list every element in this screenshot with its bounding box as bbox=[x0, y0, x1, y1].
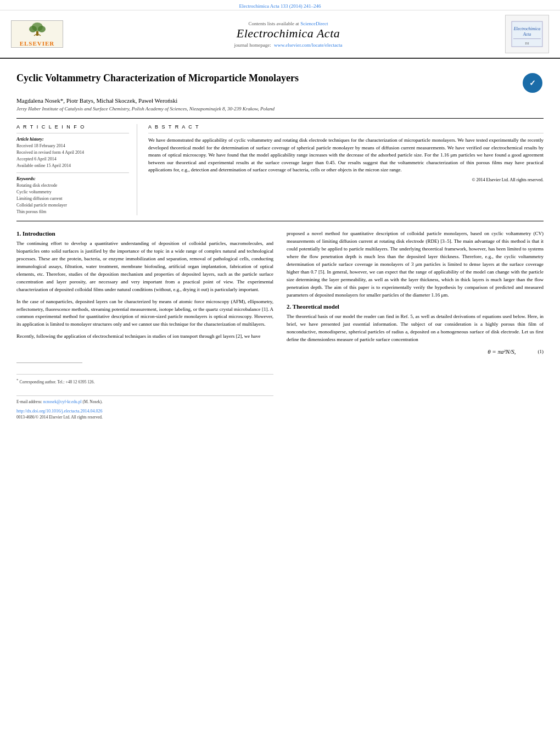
footnote: * Corresponding author. Tel.: +48 12 639… bbox=[16, 374, 273, 384]
article-title-section: Cyclic Voltammetry Characterization of M… bbox=[16, 72, 544, 94]
elsevier-brand: ELSEVIER bbox=[20, 40, 55, 47]
available-online-date: Available online 15 April 2014 bbox=[16, 163, 129, 169]
section1-right-paragraph1: proposed a novel method for quantitative… bbox=[287, 230, 544, 299]
journal-citation: Electrochimica Acta 133 (2014) 241–246 bbox=[239, 3, 321, 9]
doi-link[interactable]: http://dx.doi.org/10.1016/j.electacta.20… bbox=[16, 409, 103, 414]
footnote-section: * Corresponding author. Tel.: +48 12 639… bbox=[16, 362, 273, 420]
email-suffix: (M. Nosek). bbox=[82, 399, 102, 404]
body-left-column: 1. Introduction The continuing effort to… bbox=[16, 230, 273, 420]
science-direct-link[interactable]: ScienceDirect bbox=[300, 21, 328, 26]
issn-text: 0013-4686/© 2014 Elsevier Ltd. All right… bbox=[16, 415, 103, 420]
keyword-2: Cyclic voltammetry bbox=[16, 189, 129, 196]
journal-header-right: Electrochimica Acta ISI bbox=[500, 15, 549, 53]
email-footnote: E-mail address: ncnosek@cyf-kr.edu.pl (M… bbox=[16, 395, 273, 404]
received-date: Received 18 February 2014 bbox=[16, 143, 129, 149]
svg-text:Acta: Acta bbox=[523, 32, 531, 37]
received-revised-date: Received in revised form 4 April 2014 bbox=[16, 149, 129, 156]
abstract-column: A B S T R A C T We have demonstrated the… bbox=[148, 124, 544, 215]
doi-section: http://dx.doi.org/10.1016/j.electacta.20… bbox=[16, 408, 273, 414]
contents-available-text: Contents lists available at ScienceDirec… bbox=[77, 20, 500, 26]
abstract-text: We have demonstrated the applicability o… bbox=[148, 137, 544, 174]
svg-text:Electrochimica: Electrochimica bbox=[513, 26, 541, 31]
journal-header: ELSEVIER Contents lists available at Sci… bbox=[0, 10, 560, 59]
svg-text:ISI: ISI bbox=[525, 42, 529, 45]
section2-heading: 2. Theoretical model bbox=[287, 303, 544, 310]
journal-homepage-link[interactable]: www.elsevier.com/locate/electacta bbox=[274, 42, 342, 48]
isi-logo-icon: Electrochimica Acta ISI bbox=[511, 20, 544, 48]
issn-line: 0013-4686/© 2014 Elsevier Ltd. All right… bbox=[16, 414, 273, 420]
email-link[interactable]: ncnosek@cyf-kr.edu.pl bbox=[43, 399, 82, 404]
abstract-copyright: © 2014 Elsevier Ltd. All rights reserved… bbox=[148, 177, 544, 182]
keyword-1: Rotating disk electrode bbox=[16, 182, 129, 189]
elsevier-logo: ELSEVIER bbox=[11, 20, 63, 48]
svg-text:✓: ✓ bbox=[529, 79, 536, 87]
equation-line: θ = πa²N/S, (1) bbox=[287, 348, 544, 355]
affiliation: Jerzy Haber Institute of Catalysis and S… bbox=[16, 106, 544, 111]
section1-paragraph2: In the case of nanoparticles, deposited … bbox=[16, 298, 273, 329]
svg-rect-9 bbox=[513, 38, 541, 39]
authors: Magdalena Nosek*, Piotr Batys, Michał Sk… bbox=[16, 97, 544, 104]
accepted-date: Accepted 6 April 2014 bbox=[16, 156, 129, 163]
article-meta-section: A R T I C L E I N F O Article history: R… bbox=[16, 118, 544, 221]
footnote-text: Corresponding author. Tel.: +48 12 6395 … bbox=[19, 380, 94, 384]
article-info-label: A R T I C L E I N F O bbox=[16, 124, 129, 130]
elsevier-logo-container: ELSEVIER bbox=[11, 20, 77, 48]
equation-content: θ = πa²N/S, bbox=[488, 348, 516, 355]
section1-paragraph1: The continuing effort to develop a quant… bbox=[16, 240, 273, 294]
keyword-3: Limiting diffusion current bbox=[16, 196, 129, 202]
top-banner: Electrochimica Acta 133 (2014) 241–246 bbox=[0, 0, 560, 10]
svg-point-1 bbox=[29, 26, 37, 32]
section1-heading: 1. Introduction bbox=[16, 230, 273, 237]
section2-paragraph: The theoretical basis of our model the r… bbox=[287, 313, 544, 344]
abstract-label: A B S T R A C T bbox=[148, 124, 544, 130]
keyword-4: Colloidal particle monolayer bbox=[16, 202, 129, 209]
keywords-label: Keywords: bbox=[16, 176, 129, 181]
contents-label: Contents lists available at bbox=[248, 21, 299, 26]
journal-homepage-label: journal homepage: bbox=[234, 42, 271, 48]
body-section: 1. Introduction The continuing effort to… bbox=[16, 230, 544, 420]
authors-text: Magdalena Nosek*, Piotr Batys, Michał Sk… bbox=[16, 97, 177, 104]
article-history-label: Article history: bbox=[16, 137, 129, 142]
equation-text: θ = πa²N/S, bbox=[488, 348, 516, 355]
main-content: Cyclic Voltammetry Characterization of M… bbox=[0, 59, 560, 431]
equation-number: (1) bbox=[538, 349, 544, 354]
email-label: E-mail address: bbox=[16, 399, 42, 404]
crossmark-logo-icon[interactable]: ✓ bbox=[522, 72, 544, 94]
keyword-5: Thin porous film bbox=[16, 209, 129, 215]
body-right-column: proposed a novel method for quantitative… bbox=[287, 230, 544, 420]
article-title: Cyclic Voltammetry Characterization of M… bbox=[16, 72, 516, 85]
svg-point-2 bbox=[38, 26, 46, 32]
journal-title: Electrochimica Acta bbox=[77, 26, 500, 41]
footnote-mark: * bbox=[16, 378, 19, 382]
journal-homepage-row: journal homepage: www.elsevier.com/locat… bbox=[77, 42, 500, 48]
article-info-column: A R T I C L E I N F O Article history: R… bbox=[16, 124, 137, 215]
elsevier-tree-icon bbox=[26, 21, 48, 38]
journal-header-center: Contents lists available at ScienceDirec… bbox=[77, 20, 500, 48]
isi-logo: Electrochimica Acta ISI bbox=[505, 15, 549, 53]
section1-paragraph3: Recently, following the application of e… bbox=[16, 333, 273, 341]
